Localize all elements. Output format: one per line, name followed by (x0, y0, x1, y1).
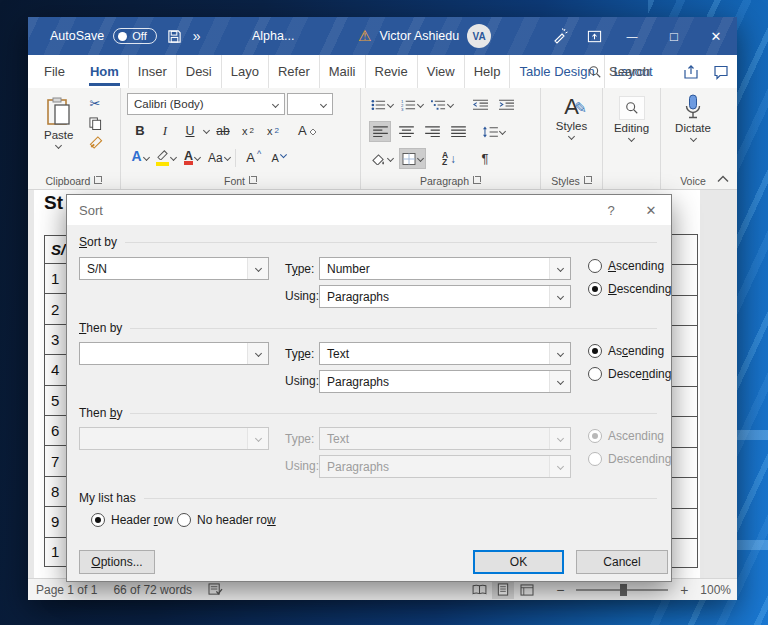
increase-indent-button[interactable] (495, 94, 517, 115)
font-color-button[interactable]: A (181, 147, 203, 168)
zoom-in-button[interactable]: + (678, 582, 690, 598)
sort-by-ascending-radio[interactable]: Ascending (588, 259, 664, 273)
zoom-out-button[interactable]: − (554, 582, 566, 598)
comment-icon[interactable] (713, 64, 729, 80)
shading-button[interactable] (369, 148, 395, 169)
tab-home[interactable]: Hom (81, 55, 129, 88)
underline-button[interactable]: U (179, 120, 201, 141)
collapse-ribbon-icon[interactable] (717, 173, 729, 185)
numbering-button[interactable]: 123 (399, 94, 425, 115)
grow-font-button[interactable]: A^ (243, 147, 265, 168)
paste-button[interactable]: Paste (36, 93, 81, 152)
web-layout-icon[interactable] (516, 581, 538, 599)
dialog-help-button[interactable]: ? (591, 195, 631, 225)
tab-review[interactable]: Revie (366, 55, 418, 88)
dialog-close-button[interactable]: ✕ (631, 195, 671, 225)
superscript-button[interactable]: x2 (262, 120, 284, 141)
ok-button[interactable]: OK (473, 550, 564, 574)
maximize-button[interactable]: □ (653, 17, 695, 55)
save-icon[interactable] (166, 27, 184, 45)
close-button[interactable]: ✕ (695, 17, 737, 55)
tab-references[interactable]: Refer (269, 55, 320, 88)
warning-icon[interactable]: ⚠ (358, 27, 371, 45)
font-name-combo[interactable]: Calibri (Body) (127, 93, 285, 115)
presenter-pen-icon[interactable] (543, 17, 577, 55)
tab-insert[interactable]: Inser (129, 55, 177, 88)
zoom-level[interactable]: 100% (700, 583, 731, 597)
text-effects-button[interactable]: A (129, 147, 151, 168)
then-by-1-type-combo[interactable]: Text (319, 342, 571, 365)
chevron-down-icon[interactable] (203, 127, 210, 134)
then-by-1-using-combo[interactable]: Paragraphs (319, 370, 571, 393)
zoom-slider-handle[interactable] (620, 584, 627, 596)
share-icon[interactable] (683, 64, 699, 80)
word-count[interactable]: 66 of 72 words (113, 583, 192, 597)
then-by-1-ascending-radio[interactable]: Ascending (588, 344, 664, 358)
cancel-button[interactable]: Cancel (576, 550, 668, 574)
decrease-indent-button[interactable] (469, 94, 491, 115)
copy-icon[interactable] (89, 117, 102, 130)
tab-file[interactable]: File (28, 55, 81, 88)
change-case-button[interactable]: Aa (206, 147, 232, 168)
subscript-button[interactable]: x2 (237, 120, 259, 141)
justify-button[interactable] (447, 121, 469, 142)
bold-button[interactable]: B (129, 120, 151, 141)
options-button[interactable]: Options... (79, 550, 155, 574)
tab-layout[interactable]: Layo (222, 55, 269, 88)
tab-design[interactable]: Desi (177, 55, 222, 88)
page-indicator[interactable]: Page 1 of 1 (36, 583, 97, 597)
header-row-radio[interactable]: Header row (91, 513, 173, 527)
font-dialog-launcher-icon[interactable] (249, 176, 257, 184)
dictate-label: Dictate (675, 122, 711, 134)
clear-formatting-button[interactable]: A (296, 120, 319, 141)
strikethrough-button[interactable]: ab (212, 120, 234, 141)
zoom-slider[interactable] (576, 589, 668, 591)
cut-icon[interactable]: ✂ (89, 96, 103, 111)
print-layout-icon[interactable] (492, 581, 514, 599)
read-mode-icon[interactable] (468, 581, 490, 599)
chevron-down-icon (568, 133, 575, 140)
sort-by-type-combo[interactable]: Number (319, 257, 571, 280)
then-by-2-using-combo: Paragraphs (319, 455, 571, 478)
sort-by-using-combo[interactable]: Paragraphs (319, 285, 571, 308)
avatar[interactable]: VA (467, 24, 491, 48)
shrink-font-button[interactable]: A (268, 147, 290, 168)
bullets-button[interactable] (369, 94, 395, 115)
styles-button[interactable]: A✎ Styles (541, 88, 602, 143)
autosave-toggle[interactable]: Off (113, 28, 156, 44)
line-spacing-button[interactable] (481, 121, 507, 142)
quick-access-more-icon[interactable]: » (193, 28, 201, 44)
tab-view[interactable]: View (418, 55, 465, 88)
ribbon: Paste ✂ Clipboard Calibri (Body) (28, 88, 737, 190)
styles-label: Styles (556, 120, 587, 132)
align-left-button[interactable] (369, 121, 391, 142)
format-painter-icon[interactable] (89, 136, 103, 149)
proofing-icon[interactable] (208, 583, 223, 596)
highlight-color-button[interactable] (154, 147, 178, 168)
minimize-button[interactable]: — (611, 17, 653, 55)
align-right-button[interactable] (421, 121, 443, 142)
no-header-row-radio[interactable]: No header row (177, 513, 276, 527)
paragraph-dialog-launcher-icon[interactable] (473, 176, 481, 184)
tab-mailings[interactable]: Maili (320, 55, 366, 88)
paragraph-marks-button[interactable]: ¶ (474, 148, 496, 169)
then-by-1-descending-radio[interactable]: Descending (588, 367, 671, 381)
clipboard-dialog-launcher-icon[interactable] (94, 176, 102, 184)
then-by-2-using-label: Using: (285, 459, 319, 473)
editing-button[interactable]: Editing (603, 88, 660, 145)
search-box[interactable]: Search (588, 64, 650, 79)
sort-button[interactable]: AZ↓ (438, 148, 460, 169)
font-size-combo[interactable] (287, 93, 333, 115)
user-name[interactable]: Victor Ashiedu (379, 29, 459, 43)
styles-dialog-launcher-icon[interactable] (584, 176, 592, 184)
sort-by-descending-radio[interactable]: Descending (588, 282, 671, 296)
borders-button[interactable] (399, 148, 426, 169)
tab-help[interactable]: Help (465, 55, 511, 88)
align-center-button[interactable] (395, 121, 417, 142)
italic-button[interactable]: I (154, 120, 176, 141)
multilevel-list-button[interactable] (429, 94, 455, 115)
ribbon-display-options-icon[interactable] (577, 17, 611, 55)
dictate-button[interactable]: Dictate (661, 88, 725, 145)
sort-by-field-combo[interactable]: S/N (79, 257, 269, 280)
then-by-1-field-combo[interactable] (79, 342, 269, 365)
